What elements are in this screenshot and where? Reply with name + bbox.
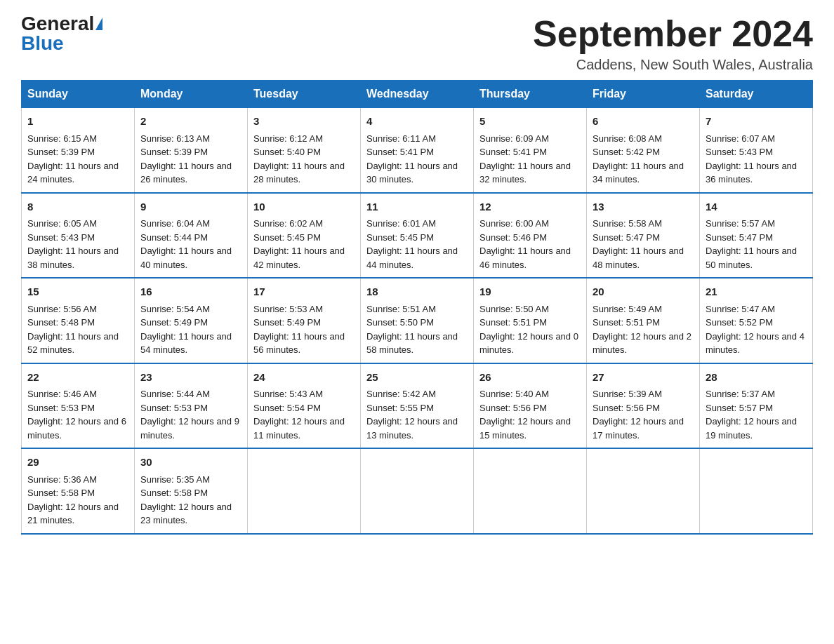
day-number: 23 — [140, 370, 241, 386]
calendar-week-4: 22Sunrise: 5:46 AMSunset: 5:53 PMDayligh… — [22, 363, 813, 449]
calendar-cell: 5Sunrise: 6:09 AMSunset: 5:41 PMDaylight… — [474, 108, 587, 193]
calendar-cell: 2Sunrise: 6:13 AMSunset: 5:39 PMDaylight… — [135, 108, 248, 193]
day-number: 14 — [706, 199, 807, 215]
calendar-cell: 29Sunrise: 5:36 AMSunset: 5:58 PMDayligh… — [22, 448, 135, 534]
calendar-cell — [361, 448, 474, 534]
calendar-cell — [587, 448, 700, 534]
day-number: 5 — [479, 114, 581, 130]
calendar-week-2: 8Sunrise: 6:05 AMSunset: 5:43 PMDaylight… — [22, 193, 813, 279]
calendar-cell: 4Sunrise: 6:11 AMSunset: 5:41 PMDaylight… — [361, 108, 474, 193]
day-number: 13 — [593, 199, 694, 215]
weekday-header-wednesday: Wednesday — [361, 81, 474, 108]
day-number: 20 — [593, 284, 694, 300]
calendar-cell: 10Sunrise: 6:02 AMSunset: 5:45 PMDayligh… — [248, 193, 361, 279]
weekday-header-sunday: Sunday — [22, 81, 135, 108]
day-number: 29 — [27, 455, 128, 471]
day-number: 25 — [366, 370, 468, 386]
calendar-cell: 22Sunrise: 5:46 AMSunset: 5:53 PMDayligh… — [22, 363, 135, 449]
calendar-cell: 15Sunrise: 5:56 AMSunset: 5:48 PMDayligh… — [22, 278, 135, 363]
calendar-cell: 6Sunrise: 6:08 AMSunset: 5:42 PMDaylight… — [587, 108, 700, 193]
day-number: 9 — [140, 199, 241, 215]
day-number: 26 — [479, 370, 581, 386]
day-number: 30 — [140, 455, 241, 471]
calendar-cell: 17Sunrise: 5:53 AMSunset: 5:49 PMDayligh… — [248, 278, 361, 363]
day-number: 24 — [253, 370, 355, 386]
calendar-cell — [248, 448, 361, 534]
weekday-header-monday: Monday — [135, 81, 248, 108]
logo-triangle-icon — [95, 18, 102, 30]
day-number: 2 — [140, 114, 241, 130]
page-header: General Blue September 2024 Caddens, New… — [21, 14, 813, 73]
day-number: 6 — [593, 114, 694, 130]
day-number: 7 — [706, 114, 807, 130]
title-block: September 2024 Caddens, New South Wales,… — [533, 14, 813, 73]
calendar-cell: 7Sunrise: 6:07 AMSunset: 5:43 PMDaylight… — [700, 108, 813, 193]
calendar-table: SundayMondayTuesdayWednesdayThursdayFrid… — [21, 80, 813, 535]
day-number: 11 — [366, 199, 468, 215]
logo-general-text: General — [21, 14, 94, 34]
calendar-cell: 13Sunrise: 5:58 AMSunset: 5:47 PMDayligh… — [587, 193, 700, 279]
calendar-cell: 18Sunrise: 5:51 AMSunset: 5:50 PMDayligh… — [361, 278, 474, 363]
day-number: 16 — [140, 284, 241, 300]
weekday-header-saturday: Saturday — [700, 81, 813, 108]
weekday-header-thursday: Thursday — [474, 81, 587, 108]
day-number: 17 — [253, 284, 355, 300]
calendar-body: 1Sunrise: 6:15 AMSunset: 5:39 PMDaylight… — [22, 108, 813, 534]
month-title: September 2024 — [533, 14, 813, 54]
calendar-week-1: 1Sunrise: 6:15 AMSunset: 5:39 PMDaylight… — [22, 108, 813, 193]
calendar-cell: 25Sunrise: 5:42 AMSunset: 5:55 PMDayligh… — [361, 363, 474, 449]
calendar-cell: 23Sunrise: 5:44 AMSunset: 5:53 PMDayligh… — [135, 363, 248, 449]
calendar-cell — [700, 448, 813, 534]
day-number: 10 — [253, 199, 355, 215]
day-number: 27 — [593, 370, 694, 386]
calendar-week-5: 29Sunrise: 5:36 AMSunset: 5:58 PMDayligh… — [22, 448, 813, 534]
calendar-cell: 14Sunrise: 5:57 AMSunset: 5:47 PMDayligh… — [700, 193, 813, 279]
weekday-header-tuesday: Tuesday — [248, 81, 361, 108]
day-number: 3 — [253, 114, 355, 130]
day-number: 4 — [366, 114, 468, 130]
day-number: 12 — [479, 199, 581, 215]
day-number: 22 — [27, 370, 128, 386]
day-number: 15 — [27, 284, 128, 300]
weekday-header-row: SundayMondayTuesdayWednesdayThursdayFrid… — [22, 81, 813, 108]
day-number: 18 — [366, 284, 468, 300]
calendar-cell: 20Sunrise: 5:49 AMSunset: 5:51 PMDayligh… — [587, 278, 700, 363]
calendar-cell: 19Sunrise: 5:50 AMSunset: 5:51 PMDayligh… — [474, 278, 587, 363]
calendar-cell: 30Sunrise: 5:35 AMSunset: 5:58 PMDayligh… — [135, 448, 248, 534]
calendar-header: SundayMondayTuesdayWednesdayThursdayFrid… — [22, 81, 813, 108]
day-number: 8 — [27, 199, 128, 215]
calendar-cell: 16Sunrise: 5:54 AMSunset: 5:49 PMDayligh… — [135, 278, 248, 363]
calendar-cell — [474, 448, 587, 534]
calendar-cell: 9Sunrise: 6:04 AMSunset: 5:44 PMDaylight… — [135, 193, 248, 279]
logo-blue-text: Blue — [21, 34, 64, 53]
calendar-cell: 1Sunrise: 6:15 AMSunset: 5:39 PMDaylight… — [22, 108, 135, 193]
day-number: 1 — [27, 114, 128, 130]
day-number: 28 — [706, 370, 807, 386]
calendar-cell: 8Sunrise: 6:05 AMSunset: 5:43 PMDaylight… — [22, 193, 135, 279]
calendar-cell: 21Sunrise: 5:47 AMSunset: 5:52 PMDayligh… — [700, 278, 813, 363]
calendar-week-3: 15Sunrise: 5:56 AMSunset: 5:48 PMDayligh… — [22, 278, 813, 363]
calendar-cell: 24Sunrise: 5:43 AMSunset: 5:54 PMDayligh… — [248, 363, 361, 449]
calendar-cell: 28Sunrise: 5:37 AMSunset: 5:57 PMDayligh… — [700, 363, 813, 449]
location-subtitle: Caddens, New South Wales, Australia — [533, 57, 813, 73]
weekday-header-friday: Friday — [587, 81, 700, 108]
calendar-cell: 27Sunrise: 5:39 AMSunset: 5:56 PMDayligh… — [587, 363, 700, 449]
calendar-cell: 12Sunrise: 6:00 AMSunset: 5:46 PMDayligh… — [474, 193, 587, 279]
calendar-cell: 26Sunrise: 5:40 AMSunset: 5:56 PMDayligh… — [474, 363, 587, 449]
calendar-cell: 11Sunrise: 6:01 AMSunset: 5:45 PMDayligh… — [361, 193, 474, 279]
day-number: 19 — [479, 284, 581, 300]
day-number: 21 — [706, 284, 807, 300]
calendar-cell: 3Sunrise: 6:12 AMSunset: 5:40 PMDaylight… — [248, 108, 361, 193]
logo: General Blue — [21, 14, 102, 53]
